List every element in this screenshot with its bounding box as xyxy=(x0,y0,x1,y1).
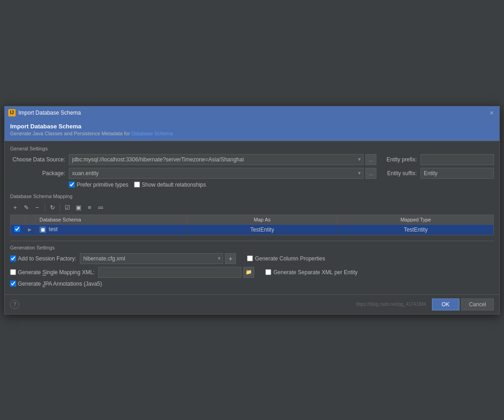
separate-xml-checkbox[interactable] xyxy=(265,269,271,275)
remove-button[interactable]: − xyxy=(32,203,42,213)
checkboxes-row: Prefer primitive types Show default rela… xyxy=(69,182,494,188)
add-button[interactable]: + xyxy=(10,203,20,213)
data-source-label: Choose Data Source: xyxy=(10,156,65,163)
generate-column-checkbox-group: Generate Column Properties xyxy=(247,255,325,262)
package-row: Package: xuan.entity ▼ ... Entity suffix… xyxy=(10,168,494,179)
col-expand-header xyxy=(24,215,36,225)
general-settings-label: General Settings xyxy=(10,146,494,151)
toolbar-separator-2 xyxy=(60,204,60,212)
dialog-title: Import Database Schema xyxy=(18,110,81,116)
show-default-label: Show default relationships xyxy=(142,182,206,188)
prefer-primitive-checkbox[interactable] xyxy=(69,182,75,188)
single-mapping-label: Generate Single Mapping XML: xyxy=(18,269,95,276)
footer-url: https://blog.csdn.net/qq_41741884 xyxy=(356,302,426,307)
jpa-annotations-checkbox-item[interactable]: Generate JPA Annotations (Java5) xyxy=(10,281,102,287)
prefer-primitive-label: Prefer primitive types xyxy=(77,182,129,188)
generate-column-checkbox[interactable] xyxy=(247,255,253,261)
col-mapas-header: Map As xyxy=(187,215,338,225)
session-factory-checkbox-item[interactable]: Add to Session Factory: xyxy=(10,255,76,262)
package-select[interactable]: xuan.entity xyxy=(69,168,364,179)
dialog-footer: ? https://blog.csdn.net/qq_41741884 OK C… xyxy=(5,294,499,314)
session-factory-checkbox[interactable] xyxy=(10,255,16,261)
package-label: Package: xyxy=(10,170,65,177)
help-button[interactable]: ? xyxy=(10,300,19,309)
ok-button[interactable]: OK xyxy=(432,298,459,310)
footer-right: https://blog.csdn.net/qq_41741884 OK Can… xyxy=(356,298,494,310)
single-mapping-checkbox-item[interactable]: Generate Single Mapping XML: xyxy=(10,269,95,276)
app-icon: IJ xyxy=(8,109,16,116)
entity-suffix-label: Entity suffix: xyxy=(380,170,417,177)
edit-button[interactable]: ✎ xyxy=(21,203,31,213)
db-schema-section: Database Schema Mapping + ✎ − ↻ ☑ ▣ ≡ ≔ xyxy=(10,193,494,235)
generate-column-label: Generate Column Properties xyxy=(255,255,325,262)
data-source-combo-wrapper: jdbc:mysql://localhost:3306/hibernate?se… xyxy=(69,154,364,165)
separate-xml-checkbox-group: Generate Separate XML per Entity xyxy=(265,269,358,276)
row-expand-cell[interactable]: ▶ xyxy=(24,224,36,235)
title-bar: IJ Import Database Schema × xyxy=(5,106,499,119)
cancel-button[interactable]: Cancel xyxy=(461,298,494,310)
package-field-group: xuan.entity ▼ ... xyxy=(69,168,376,179)
close-button[interactable]: × xyxy=(487,109,496,117)
table-icon: ▦ xyxy=(39,227,46,233)
col-mapped-header: Mapped Type xyxy=(338,215,493,225)
entity-suffix-input[interactable] xyxy=(420,168,494,179)
session-factory-label: Add to Session Factory: xyxy=(18,255,76,262)
row-check-cell[interactable] xyxy=(11,224,24,235)
data-source-select[interactable]: jdbc:mysql://localhost:3306/hibernate?se… xyxy=(69,154,364,165)
header-link[interactable]: Database Schema xyxy=(131,131,173,136)
single-mapping-row: Generate Single Mapping XML: 📁 Generate … xyxy=(10,267,494,278)
table-row[interactable]: ▶ ▦ test TestEntity TestEntity xyxy=(11,224,493,235)
schema-table: Database Schema Map As Mapped Type ▶ xyxy=(11,215,493,235)
db-schema-label: Database Schema Mapping xyxy=(10,193,494,199)
entity-prefix-input[interactable] xyxy=(420,154,494,165)
separate-xml-checkbox-item[interactable]: Generate Separate XML per Entity xyxy=(265,269,358,276)
schema-table-container: Database Schema Map As Mapped Type ▶ xyxy=(10,215,494,235)
schema-toolbar: + ✎ − ↻ ☑ ▣ ≡ ≔ xyxy=(10,202,494,215)
generation-settings-section: Generation Settings Add to Session Facto… xyxy=(10,241,494,290)
import-dialog: IJ Import Database Schema × Import Datab… xyxy=(4,106,500,315)
jpa-annotations-row: Generate JPA Annotations (Java5) xyxy=(10,281,494,287)
dialog-header: Import Database Schema Generate Java Cla… xyxy=(5,119,499,141)
schema-name: test xyxy=(49,226,57,232)
toolbar-btn8[interactable]: ≔ xyxy=(95,203,106,213)
show-default-checkbox-item[interactable]: Show default relationships xyxy=(134,182,206,188)
row-checkbox[interactable] xyxy=(14,226,20,232)
row-mapas-cell: TestEntity xyxy=(187,224,338,235)
single-mapping-checkbox[interactable] xyxy=(10,269,16,275)
dialog-body: General Settings Choose Data Source: jdb… xyxy=(5,141,499,294)
toolbar-btn5[interactable]: ☑ xyxy=(62,203,73,213)
session-factory-inner-wrapper: hibernate.cfg.xml ▼ xyxy=(80,253,223,264)
package-dots-button[interactable]: ... xyxy=(365,168,376,179)
gen-settings-label: Generation Settings xyxy=(10,245,494,250)
single-mapping-folder-button[interactable]: 📁 xyxy=(243,267,254,278)
session-factory-select[interactable]: hibernate.cfg.xml xyxy=(80,253,223,264)
generate-column-checkbox-item[interactable]: Generate Column Properties xyxy=(247,255,325,262)
refresh-button[interactable]: ↻ xyxy=(47,203,57,213)
title-bar-left: IJ Import Database Schema xyxy=(8,109,81,116)
toolbar-btn6[interactable]: ▣ xyxy=(73,203,84,213)
session-factory-combo-wrapper: hibernate.cfg.xml ▼ + xyxy=(80,253,236,264)
header-subtitle: Generate Java Classes and Persistence Me… xyxy=(10,131,494,136)
data-source-row: Choose Data Source: jdbc:mysql://localho… xyxy=(10,154,494,165)
jpa-annotations-label: Generate JPA Annotations (Java5) xyxy=(18,281,102,287)
single-mapping-input[interactable] xyxy=(98,267,241,278)
show-default-checkbox[interactable] xyxy=(134,182,140,188)
row-mapped-cell: TestEntity xyxy=(338,224,493,235)
data-source-field-group: jdbc:mysql://localhost:3306/hibernate?se… xyxy=(69,154,376,165)
jpa-annotations-checkbox[interactable] xyxy=(10,281,16,287)
header-title: Import Database Schema xyxy=(10,123,494,130)
session-factory-add-button[interactable]: + xyxy=(225,253,236,264)
toolbar-separator-1 xyxy=(45,204,45,212)
separate-xml-label: Generate Separate XML per Entity xyxy=(273,269,358,276)
entity-prefix-label: Entity prefix: xyxy=(380,156,417,163)
prefer-primitive-checkbox-item[interactable]: Prefer primitive types xyxy=(69,182,129,188)
package-combo-wrapper: xuan.entity ▼ xyxy=(69,168,364,179)
general-settings-section: General Settings Choose Data Source: jdb… xyxy=(10,146,494,188)
single-mapping-input-wrapper: 📁 xyxy=(98,267,254,278)
footer-left: ? xyxy=(10,300,19,309)
table-header-row: Database Schema Map As Mapped Type xyxy=(11,215,493,225)
toolbar-btn7[interactable]: ≡ xyxy=(84,203,95,213)
col-check-header xyxy=(11,215,24,225)
session-factory-row: Add to Session Factory: hibernate.cfg.xm… xyxy=(10,253,494,264)
data-source-dots-button[interactable]: ... xyxy=(365,154,376,165)
